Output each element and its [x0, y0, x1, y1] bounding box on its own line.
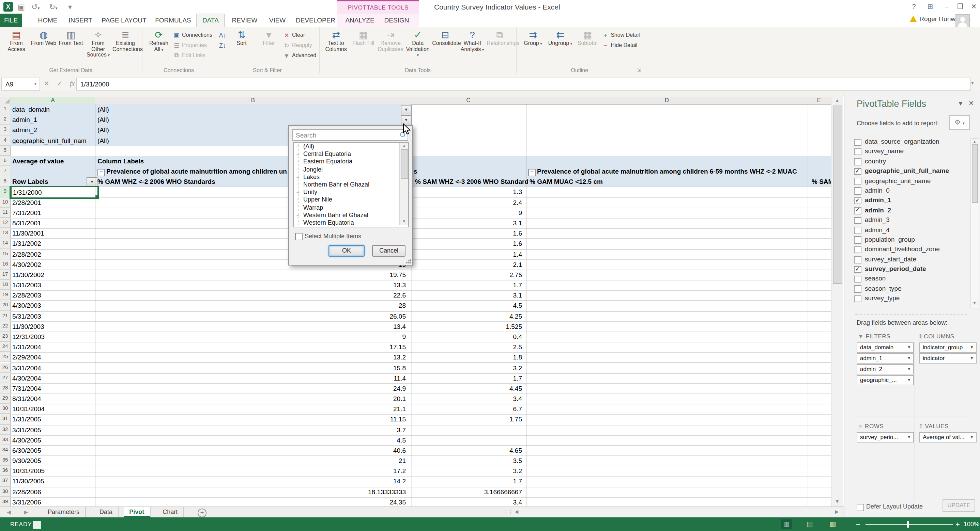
sam-value-cell[interactable]: 1.8 — [410, 352, 527, 363]
filter-item-unity[interactable]: ╌Unity — [294, 189, 408, 196]
field-item-admin_0[interactable]: admin_0 — [854, 186, 970, 196]
column-header-E[interactable]: E — [808, 97, 831, 105]
survey_period_date-checkbox[interactable]: ✓ — [854, 266, 861, 273]
survey-date-cell[interactable]: 10/31/2004 — [10, 404, 97, 414]
zoom-out-icon[interactable]: − — [856, 517, 861, 531]
sam-value-cell[interactable]: 4.5 — [410, 301, 527, 311]
gam-value-cell[interactable]: 17.15 — [95, 342, 410, 352]
sam-value-cell[interactable]: 2.1 — [410, 259, 527, 269]
cancel-button[interactable]: Cancel — [372, 245, 406, 257]
filter-button[interactable]: ▼Filter — [255, 29, 283, 47]
minimize-button[interactable]: – — [940, 2, 953, 12]
field-item-survey_name[interactable]: survey_name — [854, 147, 970, 157]
row-header-37[interactable]: 37 — [0, 476, 11, 487]
name-box-dropdown-icon[interactable]: ▼ — [33, 78, 38, 90]
sheet-tab-data[interactable]: Data — [94, 507, 119, 517]
tab-file[interactable]: FILE — [0, 14, 22, 27]
field-item-survey_start_date[interactable]: survey_start_date — [854, 254, 970, 264]
row-header-10[interactable]: 10 — [0, 197, 11, 207]
sam-value-cell[interactable]: 4.25 — [410, 311, 527, 321]
save-icon[interactable]: ▣ — [18, 0, 25, 14]
tab-data[interactable]: DATA — [196, 14, 225, 28]
field-item-geographic_unit_name[interactable]: geographic_unit_name — [854, 176, 970, 186]
filter-scroll-thumb[interactable] — [401, 149, 408, 179]
pivot-column-labels-caption[interactable]: Column Labels — [95, 156, 234, 166]
tab-analyze[interactable]: ANALYZE — [345, 14, 375, 27]
field-dropdown-icon[interactable]: ▼ — [970, 354, 974, 362]
field-item-admin_3[interactable]: admin_3 — [854, 215, 970, 225]
gam-value-cell[interactable]: 21.1 — [95, 404, 410, 414]
sam-value-cell[interactable]: 4.45 — [410, 383, 527, 393]
field-item-survey_type[interactable]: survey_type — [854, 294, 970, 304]
existing-connections-button[interactable]: ≣Existing Connections — [112, 29, 139, 52]
ribbon-display-options-icon[interactable]: ⊞ — [924, 2, 936, 12]
filter-field-value[interactable]: (All) — [95, 125, 234, 135]
gam-value-cell[interactable]: 18.13333333 — [95, 487, 410, 497]
admin_2-checkbox[interactable]: ✓ — [854, 207, 861, 214]
filter-item-upper-nile[interactable]: ╌Upper Nile — [294, 197, 408, 204]
macro-record-icon[interactable] — [33, 521, 41, 529]
field-dropdown-icon[interactable]: ▼ — [970, 343, 974, 351]
sam-value-cell[interactable]: 3.1 — [410, 290, 527, 300]
filter-field-name[interactable]: geographic_unit_full_nam — [10, 135, 97, 145]
page-layout-view-icon[interactable]: ▤ — [804, 520, 815, 529]
gam-value-cell[interactable]: 3.7 — [95, 425, 410, 435]
zoom-slider[interactable] — [865, 524, 953, 525]
group-button[interactable]: ⇉Group ▾ — [519, 29, 547, 47]
sam-value-cell[interactable]: 3.4 — [410, 497, 527, 507]
row-header-12[interactable]: 12 — [0, 218, 11, 228]
geographic_unit_name-checkbox[interactable] — [854, 178, 861, 185]
filter-item-eastern-equatoria[interactable]: ╌Eastern Equatoria — [294, 158, 408, 166]
row-header-27[interactable]: 27 — [0, 373, 11, 383]
survey-date-cell[interactable]: 9/30/2005 — [10, 455, 97, 466]
sheet-tab-pivot[interactable]: Pivot — [124, 507, 150, 517]
field-item-season[interactable]: season — [854, 274, 970, 284]
tab-scroll-splitter[interactable]: ⋮⋮ — [502, 507, 513, 517]
row-header-19[interactable]: 19 — [0, 290, 11, 300]
tab-review[interactable]: REVIEW — [229, 14, 260, 27]
filter-item-warrap[interactable]: ╌Warrap — [294, 204, 408, 211]
population_group-checkbox[interactable] — [854, 236, 861, 244]
row-header-34[interactable]: 34 — [0, 445, 11, 455]
flash-fill-button[interactable]: ▦Flash Fill — [350, 29, 377, 47]
insert-function-icon[interactable]: fx — [67, 80, 77, 87]
filter-item-central-equatoria[interactable]: ╌Central Equatoria — [294, 151, 408, 158]
field-list-scrollbar[interactable]: ▲ ▼ — [970, 138, 979, 308]
row-header-25[interactable]: 25 — [0, 352, 11, 363]
sam-value-cell[interactable]: 6.7 — [410, 404, 527, 414]
sam-value-cell[interactable]: 1.7 — [410, 476, 527, 487]
field-item-geographic_unit_full_name[interactable]: ✓geographic_unit_full_name — [854, 166, 970, 176]
field-dropdown-icon[interactable]: ▼ — [907, 365, 911, 373]
pane-options-icon[interactable]: ▼ — [958, 100, 964, 107]
sheet-nav-right-icon[interactable]: ▶ — [24, 507, 28, 517]
indicator-header-sam-whz[interactable]: % SAM WHZ <-3 2006 WHO Standards — [413, 177, 528, 187]
field-dropdown-icon[interactable]: ▼ — [907, 354, 911, 362]
selected-cell-a9[interactable]: 1/31/2000 — [10, 186, 99, 198]
pivot-values-caption[interactable]: Average of value — [10, 156, 97, 166]
hide-detail-button[interactable]: −Hide Detail — [601, 40, 640, 51]
field-item-data_source_organization[interactable]: data_source_organization — [854, 137, 970, 147]
sam-value-cell[interactable]: 4.65 — [410, 445, 527, 455]
sam-value-cell[interactable]: 1.6 — [410, 228, 527, 238]
filters-field-1[interactable]: admin_1▼ — [857, 353, 914, 363]
survey-date-cell[interactable]: 1/31/2004 — [10, 342, 97, 352]
filter-item-lakes[interactable]: ╌Lakes — [294, 174, 408, 181]
gam-value-cell[interactable]: 28 — [95, 301, 410, 311]
row-header-31[interactable]: 31 — [0, 414, 11, 425]
clear-filter-button[interactable]: ✕Clear — [283, 30, 316, 40]
data_source_organization-checkbox[interactable] — [854, 138, 861, 146]
sam-value-cell[interactable]: 1.7 — [410, 373, 527, 383]
row-header-5[interactable]: 5 — [0, 145, 11, 155]
dialog-launcher-icon[interactable]: ⇲ — [637, 67, 641, 73]
tab-insert[interactable]: INSERT — [67, 14, 94, 27]
gam-value-cell[interactable]: 11.4 — [95, 373, 410, 383]
survey-date-cell[interactable]: 4/30/2004 — [10, 373, 97, 383]
row-header-29[interactable]: 29 — [0, 393, 11, 404]
from-text-button[interactable]: ▥From Text — [57, 29, 84, 47]
survey-date-cell[interactable]: 11/30/2003 — [10, 321, 97, 331]
sam-value-cell[interactable]: 3.5 — [410, 455, 527, 466]
defer-layout-checkbox[interactable] — [857, 504, 864, 511]
columns-field-0[interactable]: indicator_group▼ — [920, 342, 977, 353]
survey-date-cell[interactable]: 3/31/2006 — [10, 497, 97, 507]
row-header-21[interactable]: 21 — [0, 311, 11, 321]
